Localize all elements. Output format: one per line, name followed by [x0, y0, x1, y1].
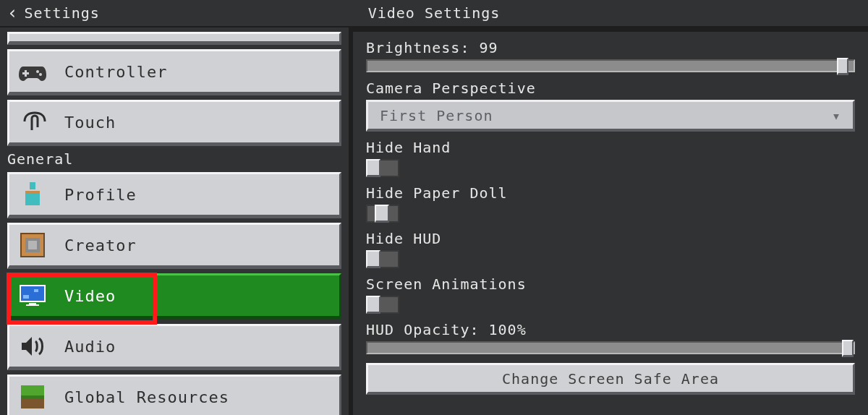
sidebar-section-general: General — [7, 150, 341, 168]
svg-point-3 — [39, 73, 42, 76]
hide-hud-toggle[interactable] — [366, 250, 399, 268]
camera-perspective-dropdown[interactable]: First Person ▾ — [366, 100, 855, 132]
sidebar-item-label: Global Resources — [64, 388, 229, 406]
settings-panel: Brightness: 99 Camera Perspective First … — [349, 27, 868, 415]
svg-rect-16 — [21, 397, 44, 408]
svg-rect-11 — [23, 295, 29, 299]
back-label: Settings — [24, 4, 99, 22]
hud-opacity-slider[interactable] — [366, 341, 855, 354]
sidebar-item-label: Controller — [64, 63, 167, 81]
dropdown-value: First Person — [380, 107, 493, 124]
svg-rect-4 — [30, 182, 35, 189]
toggle-knob[interactable] — [366, 159, 380, 177]
svg-rect-13 — [29, 303, 36, 304]
top-bar: ‹ Settings Video Settings — [0, 0, 868, 27]
audio-icon — [18, 332, 47, 361]
svg-rect-12 — [34, 289, 38, 292]
svg-rect-14 — [26, 304, 39, 306]
button-label: Change Screen Safe Area — [502, 370, 719, 388]
profile-icon — [18, 180, 47, 209]
screen-animations-label: Screen Animations — [366, 275, 855, 293]
sidebar: Controller Touch General Profile Creator — [0, 27, 349, 415]
change-screen-safe-area-button[interactable]: Change Screen Safe Area — [366, 363, 855, 395]
svg-rect-9 — [28, 241, 37, 249]
sidebar-item-label: Creator — [64, 236, 137, 254]
sidebar-item-video[interactable]: Video — [7, 273, 341, 320]
hide-paper-doll-toggle[interactable] — [366, 205, 399, 223]
screen-animations-toggle[interactable] — [366, 296, 399, 314]
toggle-knob[interactable] — [366, 250, 380, 268]
controller-icon — [18, 57, 47, 86]
sidebar-item-label: Profile — [64, 186, 137, 204]
svg-rect-1 — [22, 72, 29, 74]
svg-rect-17 — [21, 395, 44, 398]
camera-perspective-label: Camera Perspective — [366, 80, 855, 97]
svg-rect-6 — [25, 191, 40, 194]
sidebar-item-controller[interactable]: Controller — [7, 49, 341, 95]
toggle-knob[interactable] — [366, 296, 380, 314]
sidebar-item-profile[interactable]: Profile — [7, 172, 341, 218]
sidebar-item-label: Audio — [64, 338, 116, 356]
brightness-slider[interactable] — [366, 59, 855, 72]
toggle-knob[interactable] — [375, 205, 389, 223]
hide-hand-label: Hide Hand — [366, 139, 855, 156]
page-title: Video Settings — [0, 4, 868, 22]
hide-hand-toggle[interactable] — [366, 159, 399, 177]
sidebar-item-touch[interactable]: Touch — [7, 100, 341, 146]
svg-rect-15 — [21, 385, 44, 397]
hide-paper-doll-label: Hide Paper Doll — [366, 184, 855, 202]
back-button[interactable]: ‹ Settings — [0, 3, 100, 23]
sidebar-item-label: Video — [64, 287, 116, 305]
svg-rect-10 — [20, 286, 45, 301]
chevron-left-icon: ‹ — [7, 3, 18, 23]
sidebar-item-prev-partial[interactable] — [7, 32, 341, 45]
svg-point-2 — [36, 70, 39, 73]
global-resources-icon — [18, 382, 47, 411]
hud-opacity-label: HUD Opacity: 100% — [366, 321, 855, 338]
slider-thumb[interactable] — [842, 340, 854, 357]
hide-hud-label: Hide HUD — [366, 230, 855, 247]
sidebar-item-audio[interactable]: Audio — [7, 324, 341, 370]
sidebar-item-global-resources[interactable]: Global Resources — [7, 375, 341, 415]
content: Controller Touch General Profile Creator — [0, 27, 868, 415]
sidebar-item-label: Touch — [64, 114, 116, 132]
touch-icon — [18, 108, 47, 137]
video-icon — [18, 281, 47, 310]
brightness-label: Brightness: 99 — [366, 39, 855, 56]
sidebar-item-creator[interactable]: Creator — [7, 223, 341, 269]
chevron-down-icon: ▾ — [832, 107, 841, 124]
slider-thumb[interactable] — [837, 58, 848, 75]
creator-icon — [18, 231, 47, 260]
